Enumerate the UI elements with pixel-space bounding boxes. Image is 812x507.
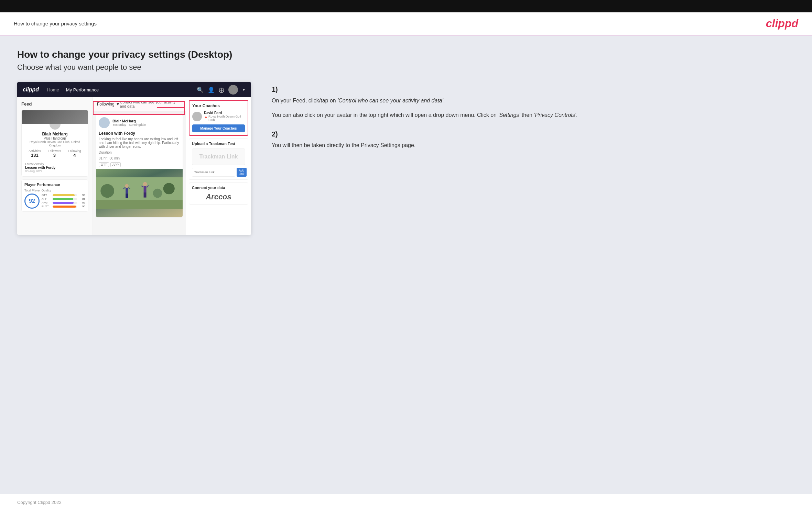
coach-name: David Ford xyxy=(204,111,245,115)
profile-badge: Plus Handicap xyxy=(25,136,85,140)
chevron-down-icon: ▼ xyxy=(242,88,246,92)
post-description: Looking to feel like my hands are exitin… xyxy=(96,137,183,151)
app-nav-links: Home My Performance xyxy=(47,87,99,92)
trackman-title: Upload a Trackman Test xyxy=(192,142,245,146)
nav-link-home[interactable]: Home xyxy=(47,87,59,92)
copyright-text: Copyright Clippd 2022 xyxy=(17,500,62,505)
post-duration: Duration xyxy=(96,151,183,156)
manage-coaches-button[interactable]: Manage Your Coaches xyxy=(192,124,245,132)
latest-label: Latest Activity xyxy=(25,162,85,166)
profile-banner xyxy=(22,110,88,124)
bar-putt: PUTT 96 xyxy=(42,205,85,208)
bar-track-arg xyxy=(53,202,77,204)
trackman-box: Upload a Trackman Test Trackman Link Add… xyxy=(189,139,248,180)
svg-point-3 xyxy=(163,183,175,194)
search-icon[interactable]: 🔍 xyxy=(197,87,204,93)
bar-fill-app xyxy=(53,198,73,200)
nav-link-performance[interactable]: My Performance xyxy=(66,87,99,92)
add-link-button[interactable]: Add Link xyxy=(237,168,247,177)
quality-label: Total Player Quality xyxy=(24,189,85,192)
following-button[interactable]: Following ▼ xyxy=(97,102,120,107)
svg-rect-9 xyxy=(126,194,127,198)
user-icon[interactable]: 👤 xyxy=(208,87,215,93)
app-right-panel: Your Coaches David Ford 📍 Royal North De… xyxy=(186,97,251,235)
content-layout: clippd Home My Performance 🔍 👤 ⨁ ▼ Feed xyxy=(17,82,795,235)
bar-val-app: 85 xyxy=(78,197,85,200)
plus-icon[interactable]: ⨁ xyxy=(219,87,224,93)
instructions-panel: 1) On your Feed, click/tap on 'Control w… xyxy=(265,82,795,161)
svg-rect-1 xyxy=(96,200,183,209)
svg-rect-10 xyxy=(127,194,128,198)
stat-label-activities: Activities xyxy=(29,149,41,153)
bar-app: APP 85 xyxy=(42,197,85,200)
feed-top-bar: Following ▼ Control who can see your act… xyxy=(93,97,186,111)
stat-label-followers: Followers xyxy=(48,149,61,153)
coach-club: 📍 Royal North Devon Golf Club xyxy=(204,115,245,122)
latest-activity: Latest Activity Lesson with Fordy 03 Aug… xyxy=(25,160,85,173)
quality-row: 92 OTT 90 APP xyxy=(24,194,85,209)
instruction-1-extra: You can also click on your avatar in the… xyxy=(272,111,795,120)
svg-rect-12 xyxy=(144,186,147,192)
post-title: Lesson with Fordy xyxy=(96,131,183,137)
connect-title: Connect your data xyxy=(192,186,245,190)
post-header: Blair McHarg Yesterday · Sunningdale xyxy=(96,114,183,131)
feed-post: Blair McHarg Yesterday · Sunningdale Les… xyxy=(96,114,183,218)
coach-club-text: Royal North Devon Golf Club xyxy=(208,115,245,122)
tag-app: APP xyxy=(110,162,121,167)
coach-row: David Ford 📍 Royal North Devon Golf Club xyxy=(192,111,245,122)
instruction-2: 2) You will then be taken directly to th… xyxy=(272,130,795,150)
instruction-2-number: 2) xyxy=(272,130,795,138)
bar-track-ott xyxy=(53,194,77,196)
main-content: How to change your privacy settings (Des… xyxy=(0,35,812,494)
nav-avatar[interactable] xyxy=(228,85,238,95)
bar-fill-arg xyxy=(53,202,74,204)
post-meta: Yesterday · Sunningdale xyxy=(112,123,146,126)
bar-val-putt: 96 xyxy=(78,205,85,208)
instruction-1-number: 1) xyxy=(272,86,795,93)
stat-value-activities: 131 xyxy=(29,153,41,158)
bar-val-arg: 86 xyxy=(78,201,85,204)
trackman-placeholder: Trackman Link xyxy=(192,148,245,165)
app-nav: clippd Home My Performance 🔍 👤 ⨁ ▼ xyxy=(17,82,251,97)
location-icon: 📍 xyxy=(204,117,208,120)
coach-info: David Ford 📍 Royal North Devon Golf Club xyxy=(204,111,245,122)
profile-club: Royal North Devon Golf Club, United King… xyxy=(25,140,85,147)
app-nav-right: 🔍 👤 ⨁ ▼ xyxy=(197,85,246,95)
page-title: How to change your privacy settings xyxy=(14,21,97,26)
bar-label-putt: PUTT xyxy=(42,205,51,208)
chevron-icon: ▼ xyxy=(116,102,120,107)
svg-point-5 xyxy=(125,184,129,188)
svg-point-4 xyxy=(153,189,162,198)
feed-label: Feed xyxy=(21,101,88,107)
quality-score: 92 xyxy=(24,194,40,209)
app-sidebar: Feed Blair McHarg Plus Handicap Royal No… xyxy=(17,97,93,235)
app-feed: Following ▼ Control who can see your act… xyxy=(93,97,186,235)
instruction-1: 1) On your Feed, click/tap on 'Control w… xyxy=(272,86,795,119)
bars-list: OTT 90 APP xyxy=(42,194,85,209)
bar-track-putt xyxy=(53,206,77,208)
top-bar xyxy=(0,0,812,12)
connect-box: Connect your data Arccos xyxy=(189,183,248,205)
post-avatar xyxy=(99,117,110,128)
arccos-label: Arccos xyxy=(192,192,245,201)
perf-title: Player Performance xyxy=(24,183,85,187)
stat-following: Following 4 xyxy=(68,149,81,158)
latest-date: 03 Aug 2022 xyxy=(25,169,85,173)
post-duration-value: 01 hr : 30 min xyxy=(96,156,183,162)
bar-val-ott: 90 xyxy=(78,194,85,197)
stat-value-followers: 3 xyxy=(48,153,61,158)
coaches-box: Your Coaches David Ford 📍 Royal North De… xyxy=(189,100,248,136)
coaches-title: Your Coaches xyxy=(192,103,245,108)
site-header: How to change your privacy settings clip… xyxy=(0,12,812,35)
app-mockup: clippd Home My Performance 🔍 👤 ⨁ ▼ Feed xyxy=(17,82,251,235)
control-link[interactable]: Control who can see your activity and da… xyxy=(120,100,182,108)
bar-fill-putt xyxy=(53,206,76,208)
instruction-1-text: On your Feed, click/tap on 'Control who … xyxy=(272,96,795,105)
stat-activities: Activities 131 xyxy=(29,149,41,158)
site-footer: Copyright Clippd 2022 xyxy=(0,494,812,507)
trackman-input[interactable] xyxy=(192,168,235,177)
player-performance: Player Performance Total Player Quality … xyxy=(21,179,88,212)
intro-subtitle: Choose what you want people to see xyxy=(17,63,795,72)
app-logo: clippd xyxy=(23,87,39,93)
duration-label: Duration xyxy=(99,151,112,154)
